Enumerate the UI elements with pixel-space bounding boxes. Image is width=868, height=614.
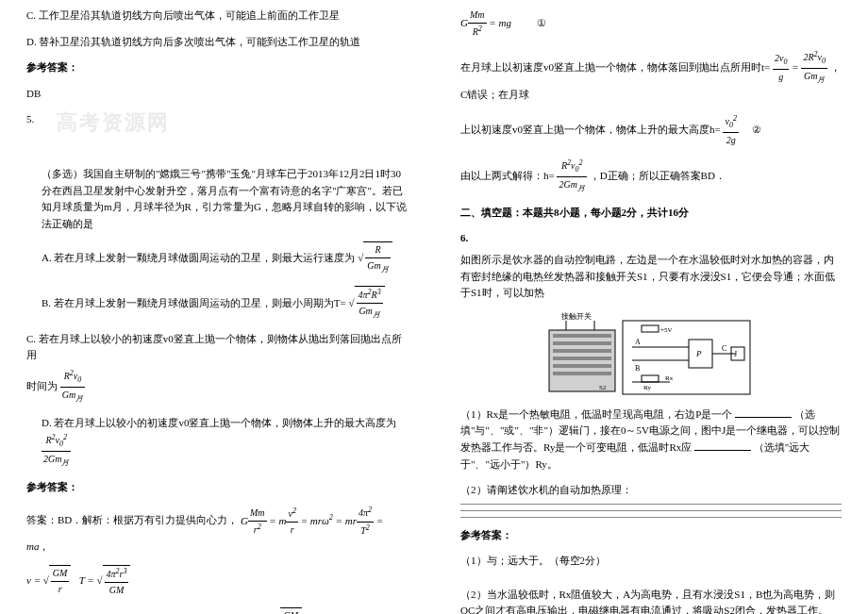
option-c: C. 工作卫星沿其轨道切线方向后喷出气体，可能追上前面的工作卫星 (26, 8, 408, 25)
svg-text:J: J (734, 350, 737, 358)
blank-line-1[interactable] (460, 504, 842, 505)
option-b-formula: √4π2R3Gm月 (349, 297, 385, 308)
svg-text:Ry: Ry (643, 384, 651, 391)
option-a-text: A. 若在月球上发射一颗绕月球做圆周运动的卫星，则最大运行速度为 (42, 252, 355, 263)
svg-rect-3 (553, 349, 611, 353)
answer-2-prefix: 答案：BD．解析：根据万有引力提供向心力， (26, 515, 238, 526)
blank-2[interactable] (694, 440, 751, 451)
option-d-text: D. 若在月球上以较小的初速度v0竖直上抛一个物体，则物体上升的最大高度为 (42, 417, 396, 428)
circuit-diagram: 接触开关 P A B C J +5V Ry Rx S2 (547, 311, 755, 401)
question-6-part2: （2）请阐述饮水机的自动加热原理： (460, 482, 842, 498)
answer-3b: （2）当水温较低时，Rx阻值较大，A为高电势，且有水浸没S1，B也为高电势，则Q… (460, 587, 842, 614)
svg-rect-20 (642, 325, 659, 332)
answer-3a: （1）与；远大于。（每空2分） (460, 553, 842, 570)
right-line3-pre: 由以上两式解得：h= (460, 169, 555, 180)
answer-label-1: 参考答案： (26, 59, 408, 76)
answer-2-vt: v = √GMr T = √4π2r3GM (26, 565, 408, 598)
option-c-line2-text: 时间为 (26, 380, 58, 391)
option-d-q5: D. 若在月球上以较小的初速度v0竖直上抛一个物体，则物体上升的最大高度为 R2… (26, 415, 408, 470)
answer-2-line1: 答案：BD．解析：根据万有引力提供向心力， GMmr2 = mv2r = mrω… (26, 505, 408, 555)
gravity-eq: GMmR2 = mg ① (460, 8, 842, 40)
option-c-line1: C. 若在月球上以较小的初速度v0竖直上抛一个物体，则物体从抛出到落回抛出点所用 (26, 331, 408, 362)
blank-1[interactable] (735, 407, 792, 418)
svg-text:Rx: Rx (665, 374, 674, 382)
svg-rect-5 (553, 364, 611, 368)
option-c-line2: 时间为 R2v0Gm月 (26, 368, 408, 406)
svg-text:S2: S2 (599, 384, 607, 391)
svg-rect-0 (549, 330, 615, 391)
svg-text:B: B (635, 364, 640, 373)
question-6-part1: （1）Rx是一个热敏电阻，低温时呈现高电阻，右边P是一个 （选填"与"、"或"、… (460, 407, 842, 473)
right-line2-text: 上以初速度v0竖直上抛一个物体，物体上升的最大高度h= (460, 124, 721, 135)
question-6-number: 6. (460, 230, 842, 246)
answer-1: DB (26, 86, 408, 103)
svg-rect-1 (553, 334, 611, 338)
svg-text:C: C (722, 344, 726, 353)
svg-rect-22 (642, 375, 659, 382)
right-line3-post: ，D正确；所以正确答案BD． (590, 169, 726, 180)
right-line1: 在月球上以初速度v0竖直上抛一个物体，物体落回到抛出点所用时t= 2v0g = … (460, 49, 842, 104)
right-line1-text: 在月球上以初速度v0竖直上抛一个物体，物体落回到抛出点所用时t= (460, 61, 770, 73)
eq1-tag: ① (537, 17, 546, 28)
option-d: D. 替补卫星沿其轨道切线方向后多次喷出气体，可能到达工作卫星的轨道 (26, 34, 408, 51)
section-2-heading: 二、填空题：本题共8小题，每小题2分，共计16分 (460, 205, 842, 222)
option-b: B. 若在月球上发射一颗绕月球做圆周运动的卫星，则最小周期为T= √4π2R3G… (26, 286, 408, 322)
question-5-stem: （多选）我国自主研制的"嫦娥三号"携带"玉兔"月球车已于2013年12月2日1时… (26, 166, 408, 232)
option-a-formula: √RGm月 (358, 252, 392, 263)
option-b-text: B. 若在月球上发射一颗绕月球做圆周运动的卫星，则最小周期为T= (42, 297, 346, 308)
answer-2-line2: 当轨道半径r取月球半径R时，卫星的最大运行速度 v = √GMR ，卫星的最小周… (26, 607, 408, 614)
svg-rect-2 (553, 341, 611, 345)
option-a: A. 若在月球上发射一颗绕月球做圆周运动的卫星，则最大运行速度为 √RGm月 (26, 241, 408, 276)
answer-label-3: 参考答案： (460, 527, 842, 544)
option-d-formula: R2v022Gm月 (42, 443, 71, 455)
answer-label-2: 参考答案： (26, 479, 408, 496)
option-c-formula: R2v0Gm月 (60, 380, 85, 391)
blank-line-3[interactable] (460, 517, 842, 518)
eq2-tag: ② (752, 124, 761, 135)
svg-rect-6 (553, 372, 611, 375)
diagram-label: 接触开关 (561, 312, 592, 321)
right-line3: 由以上两式解得：h= R2v022Gm月 ，D正确；所以正确答案BD． (460, 158, 842, 195)
svg-text:P: P (695, 349, 702, 358)
question-5-number: 5. (26, 111, 408, 128)
svg-text:+5V: +5V (660, 326, 673, 334)
blank-line-2[interactable] (460, 510, 842, 511)
question-6-stem: 如图所示是饮水器的自动控制电路，左边是一个在水温较低时对水加热的容器，内有密封绝… (460, 252, 842, 302)
right-line2: 上以初速度v0竖直上抛一个物体，物体上升的最大高度h= v022g ② (460, 113, 842, 148)
svg-text:A: A (635, 338, 641, 346)
q6p1a: （1）Rx是一个热敏电阻，低温时呈现高电阻，右边P是一个 (460, 408, 732, 420)
svg-rect-4 (553, 357, 611, 360)
